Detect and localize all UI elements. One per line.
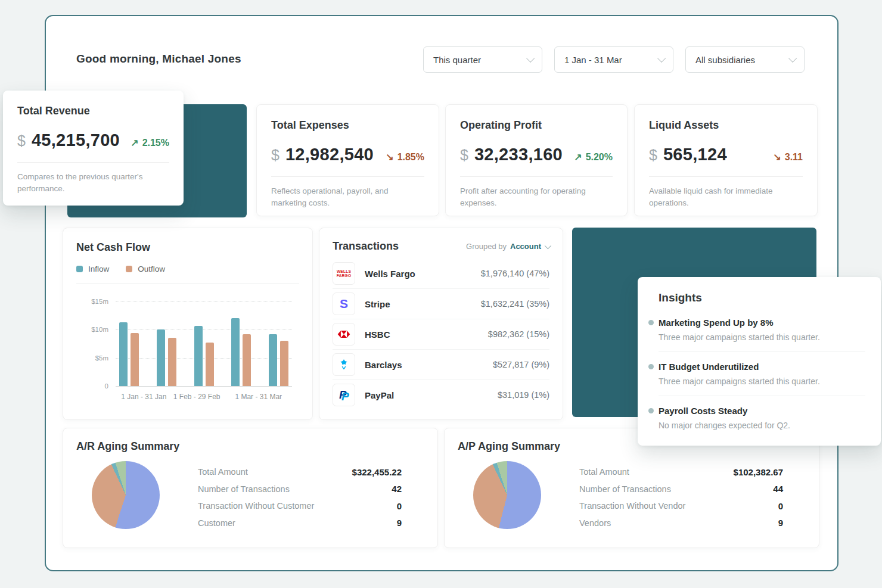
legend-item-outflow: Outflow [126, 265, 165, 273]
kpi-value: 565,124 [663, 145, 727, 164]
bar-groups [116, 301, 292, 386]
outflow-bar [131, 333, 139, 386]
kpi-description: Available liquid cash for immediate oper… [649, 185, 803, 210]
summary-value: 44 [773, 484, 783, 494]
wells-fargo-logo-icon: WELLSFARGO [333, 262, 355, 285]
logo-text: P [341, 390, 349, 403]
chevron-down-icon [788, 54, 797, 63]
hsbc-logo-icon [333, 323, 355, 346]
summary-label: Transaction Without Customer [198, 501, 314, 511]
chevron-down-icon [545, 242, 551, 248]
legend-item-inflow: Inflow [76, 265, 109, 273]
page-title: Good morning, Michael Jones [76, 52, 241, 66]
net-cash-flow-card: Net Cash Flow Inflow Outflow $15m $10m $… [63, 228, 313, 420]
summary-label: Number of Transactions [579, 484, 671, 494]
divider [17, 162, 169, 163]
kpi-delta-value: 2.15% [142, 138, 169, 148]
inflow-bar [194, 326, 203, 386]
account-name: HSBC [365, 329, 390, 340]
summary-value: $322,455.22 [352, 467, 402, 477]
summary-label: Vendors [579, 518, 611, 528]
ar-summary-title: A/R Aging Summary [76, 440, 424, 453]
summary-value: 0 [778, 501, 783, 511]
account-amount: $1,632,241 (35%) [481, 299, 549, 309]
summary-label: Transaction Without Vendor [579, 501, 685, 511]
kpi-delta: ↘3.11 [773, 151, 803, 163]
y-axis-tick: $10m [91, 326, 108, 333]
filter-period-select[interactable]: This quarter [423, 46, 542, 73]
summary-row: Number of Transactions 42 [198, 481, 402, 498]
logo-text: WELLS [337, 269, 351, 273]
divider [659, 351, 865, 352]
trend-up-icon: ↗ [574, 151, 582, 163]
logo-text: FARGO [337, 273, 352, 278]
bullet-icon [648, 320, 654, 325]
insight-description: Three major campaigns started this quart… [659, 377, 865, 386]
account-amount: $982,362 (15%) [488, 329, 549, 339]
divider [76, 283, 299, 284]
account-name: PayPal [365, 390, 394, 400]
kpi-delta-value: 1.85% [397, 152, 424, 163]
outflow-swatch-icon [126, 266, 132, 272]
kpi-card-liquid-assets: Liquid Assets $ 565,124 ↘3.11 Available … [634, 104, 818, 216]
divider [659, 396, 865, 396]
summary-value: 0 [397, 501, 402, 511]
bar-group [231, 318, 251, 386]
account-name: Stripe [365, 299, 390, 309]
summary-row: Transaction Without Vendor 0 [579, 497, 783, 515]
ap-aging-summary-card: A/P Aging Summary Total Amount $102,382.… [444, 428, 819, 548]
dashboard-page: Good morning, Michael Jones This quarter… [0, 0, 882, 588]
summary-row: Vendors 9 [579, 515, 783, 532]
transaction-row-stripe[interactable]: S Stripe $1,632,241 (35%) [333, 288, 549, 319]
grouped-by-label: Grouped by [466, 242, 507, 251]
grouped-by-dropdown[interactable]: Grouped by Account [466, 242, 549, 251]
logo-text: S [340, 297, 348, 311]
filter-subsidiaries-select[interactable]: All subsidiaries [685, 46, 805, 73]
kpi-delta: ↗2.15% [131, 137, 169, 148]
transactions-card: Transactions Grouped by Account WELLSFAR… [319, 228, 563, 420]
transaction-row-wells-fargo[interactable]: WELLSFARGO Wells Fargo $1,976,140 (47%) [333, 259, 549, 288]
x-axis-tick: 1 Jan - 31 Jan [121, 393, 166, 401]
transactions-title: Transactions [333, 240, 399, 253]
summary-value: 42 [392, 484, 402, 494]
transaction-row-paypal[interactable]: PP PayPal $31,019 (1%) [333, 379, 549, 410]
kpi-value: 32,233,160 [474, 145, 563, 164]
summary-label: Number of Transactions [198, 484, 290, 494]
inflow-bar [157, 329, 165, 386]
currency-symbol: $ [460, 147, 468, 164]
filter-daterange-select[interactable]: 1 Jan - 31 Mar [554, 46, 673, 73]
transaction-row-barclays[interactable]: Barclays $527,817 (9%) [333, 349, 549, 379]
bar-group [119, 322, 139, 386]
summary-label: Customer [198, 518, 235, 528]
trend-down-icon: ↘ [386, 151, 393, 163]
kpi-description: Compares to the previous quarter's perfo… [17, 171, 169, 195]
insight-title: IT Budget Underutilized [659, 362, 865, 372]
kpi-card-total-revenue: Total Revenue $ 45,215,700 ↗2.15% Compar… [3, 91, 184, 206]
account-amount: $1,976,140 (47%) [481, 269, 549, 278]
summary-row: Total Amount $322,455.22 [198, 463, 402, 481]
legend-label: Inflow [88, 265, 109, 273]
transaction-row-hsbc[interactable]: HSBC $982,362 (15%) [333, 319, 549, 349]
kpi-value: 45,215,700 [32, 130, 120, 150]
chart-title: Net Cash Flow [76, 241, 299, 254]
kpi-card-operating-profit: Operating Profit $ 32,233,160 ↗5.20% Pro… [445, 104, 628, 216]
ar-pie-chart [92, 461, 160, 529]
kpi-description: Reflects operational, payroll, and marke… [271, 185, 424, 210]
summary-label: Total Amount [579, 467, 629, 477]
trend-up-icon: ↗ [131, 137, 138, 148]
currency-symbol: $ [649, 147, 657, 164]
kpi-description: Profit after accounting for operating ex… [460, 185, 613, 210]
inflow-bar [119, 322, 128, 386]
outflow-bar [280, 341, 288, 386]
kpi-title: Liquid Assets [649, 119, 803, 132]
kpi-title: Operating Profit [460, 119, 613, 132]
insights-card: Insights Marketing Spend Up by 8% Three … [638, 277, 881, 446]
summary-value: 9 [397, 518, 402, 528]
summary-label: Total Amount [198, 467, 248, 477]
x-axis-tick: 1 Feb - 29 Feb [173, 393, 220, 401]
insight-description: Three major campaigns started this quart… [659, 332, 865, 342]
summary-row: Customer 9 [198, 515, 402, 532]
summary-row: Number of Transactions 44 [579, 481, 783, 498]
outflow-bar [168, 338, 176, 386]
legend-label: Outflow [138, 265, 165, 273]
